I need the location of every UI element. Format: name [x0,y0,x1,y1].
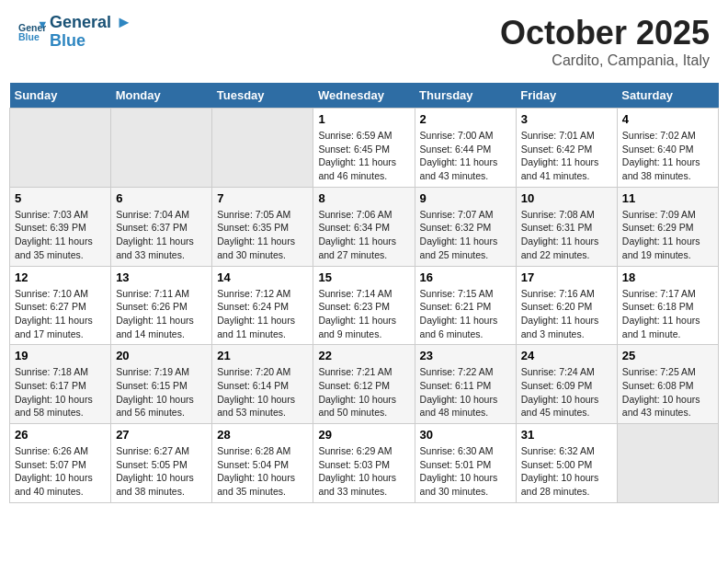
day-number: 6 [116,191,207,205]
day-info: Sunrise: 7:00 AM Sunset: 6:44 PM Dayligh… [420,129,511,183]
weekday-header-wednesday: Wednesday [313,83,415,109]
weekday-header-row: SundayMondayTuesdayWednesdayThursdayFrid… [10,83,719,109]
day-info: Sunrise: 6:26 AM Sunset: 5:07 PM Dayligh… [15,444,106,499]
day-info: Sunrise: 7:19 AM Sunset: 6:15 PM Dayligh… [116,365,207,419]
calendar-cell: 2Sunrise: 7:00 AM Sunset: 6:44 PM Daylig… [415,109,516,188]
day-info: Sunrise: 7:17 AM Sunset: 6:18 PM Dayligh… [622,287,713,341]
day-number: 19 [15,349,106,362]
logo: General Blue General ► Blue [18,14,132,51]
day-number: 23 [420,349,511,362]
calendar-cell: 18Sunrise: 7:17 AM Sunset: 6:18 PM Dayli… [617,266,718,345]
calendar-cell [111,109,212,188]
calendar-cell: 12Sunrise: 7:10 AM Sunset: 6:27 PM Dayli… [10,266,111,345]
day-info: Sunrise: 7:16 AM Sunset: 6:20 PM Dayligh… [521,287,612,341]
weekday-header-thursday: Thursday [415,83,516,109]
day-number: 20 [116,349,207,362]
page-header: General Blue General ► Blue October 2025… [9,9,719,74]
day-number: 30 [420,428,511,442]
day-number: 9 [420,191,511,205]
calendar-cell: 9Sunrise: 7:07 AM Sunset: 6:32 PM Daylig… [415,187,516,266]
day-info: Sunrise: 6:28 AM Sunset: 5:04 PM Dayligh… [217,444,308,499]
day-info: Sunrise: 7:22 AM Sunset: 6:11 PM Dayligh… [420,365,511,419]
day-number: 29 [318,428,409,442]
day-number: 18 [622,270,713,284]
day-number: 22 [318,349,409,362]
day-number: 1 [318,112,409,126]
day-info: Sunrise: 6:27 AM Sunset: 5:05 PM Dayligh… [116,444,207,499]
calendar-cell: 23Sunrise: 7:22 AM Sunset: 6:11 PM Dayli… [415,345,516,424]
calendar-cell: 10Sunrise: 7:08 AM Sunset: 6:31 PM Dayli… [516,187,617,266]
calendar-cell: 14Sunrise: 7:12 AM Sunset: 6:24 PM Dayli… [212,266,313,345]
day-number: 27 [116,428,207,442]
location: Cardito, Campania, Italy [500,52,710,69]
calendar-cell: 26Sunrise: 6:26 AM Sunset: 5:07 PM Dayli… [10,424,111,503]
day-info: Sunrise: 7:08 AM Sunset: 6:31 PM Dayligh… [521,208,612,262]
calendar-cell: 17Sunrise: 7:16 AM Sunset: 6:20 PM Dayli… [516,266,617,345]
calendar-cell: 1Sunrise: 6:59 AM Sunset: 6:45 PM Daylig… [313,109,415,188]
day-info: Sunrise: 7:02 AM Sunset: 6:40 PM Dayligh… [622,129,713,183]
day-number: 21 [217,349,308,362]
calendar-cell: 25Sunrise: 7:25 AM Sunset: 6:08 PM Dayli… [617,345,718,424]
day-number: 8 [318,191,409,205]
day-info: Sunrise: 7:25 AM Sunset: 6:08 PM Dayligh… [622,365,713,419]
day-info: Sunrise: 7:24 AM Sunset: 6:09 PM Dayligh… [521,365,612,419]
day-number: 4 [622,112,713,126]
calendar-cell: 29Sunrise: 6:29 AM Sunset: 5:03 PM Dayli… [313,424,415,503]
day-number: 5 [15,191,106,205]
calendar-cell: 6Sunrise: 7:04 AM Sunset: 6:37 PM Daylig… [111,187,212,266]
calendar-week-row: 5Sunrise: 7:03 AM Sunset: 6:39 PM Daylig… [10,187,719,266]
day-info: Sunrise: 7:14 AM Sunset: 6:23 PM Dayligh… [318,287,409,341]
day-info: Sunrise: 7:09 AM Sunset: 6:29 PM Dayligh… [622,208,713,262]
day-info: Sunrise: 7:15 AM Sunset: 6:21 PM Dayligh… [420,287,511,341]
calendar-cell: 11Sunrise: 7:09 AM Sunset: 6:29 PM Dayli… [617,187,718,266]
calendar-body: 1Sunrise: 6:59 AM Sunset: 6:45 PM Daylig… [10,109,719,503]
weekday-header-friday: Friday [516,83,617,109]
calendar-cell: 5Sunrise: 7:03 AM Sunset: 6:39 PM Daylig… [10,187,111,266]
day-info: Sunrise: 7:01 AM Sunset: 6:42 PM Dayligh… [521,129,612,183]
day-info: Sunrise: 7:10 AM Sunset: 6:27 PM Dayligh… [15,287,106,341]
title-block: October 2025 Cardito, Campania, Italy [500,14,710,69]
calendar-cell: 30Sunrise: 6:30 AM Sunset: 5:01 PM Dayli… [415,424,516,503]
day-number: 31 [521,428,612,442]
weekday-header-sunday: Sunday [10,83,111,109]
calendar-cell: 4Sunrise: 7:02 AM Sunset: 6:40 PM Daylig… [617,109,718,188]
calendar-cell: 7Sunrise: 7:05 AM Sunset: 6:35 PM Daylig… [212,187,313,266]
day-number: 3 [521,112,612,126]
day-info: Sunrise: 7:21 AM Sunset: 6:12 PM Dayligh… [318,365,409,419]
day-info: Sunrise: 7:20 AM Sunset: 6:14 PM Dayligh… [217,365,308,419]
day-info: Sunrise: 7:06 AM Sunset: 6:34 PM Dayligh… [318,208,409,262]
month-title: October 2025 [500,14,710,52]
day-number: 12 [15,270,106,284]
day-info: Sunrise: 7:11 AM Sunset: 6:26 PM Dayligh… [116,287,207,341]
day-info: Sunrise: 7:05 AM Sunset: 6:35 PM Dayligh… [217,208,308,262]
day-number: 7 [217,191,308,205]
weekday-header-monday: Monday [111,83,212,109]
calendar-week-row: 26Sunrise: 6:26 AM Sunset: 5:07 PM Dayli… [10,424,719,503]
day-number: 11 [622,191,713,205]
calendar-cell: 15Sunrise: 7:14 AM Sunset: 6:23 PM Dayli… [313,266,415,345]
day-number: 13 [116,270,207,284]
weekday-header-saturday: Saturday [617,83,718,109]
day-info: Sunrise: 7:07 AM Sunset: 6:32 PM Dayligh… [420,208,511,262]
day-number: 14 [217,270,308,284]
calendar-cell: 16Sunrise: 7:15 AM Sunset: 6:21 PM Dayli… [415,266,516,345]
day-info: Sunrise: 6:32 AM Sunset: 5:00 PM Dayligh… [521,444,612,499]
day-number: 16 [420,270,511,284]
day-number: 10 [521,191,612,205]
calendar-cell: 27Sunrise: 6:27 AM Sunset: 5:05 PM Dayli… [111,424,212,503]
day-info: Sunrise: 7:03 AM Sunset: 6:39 PM Dayligh… [15,208,106,262]
day-number: 15 [318,270,409,284]
calendar-cell: 22Sunrise: 7:21 AM Sunset: 6:12 PM Dayli… [313,345,415,424]
calendar-cell: 3Sunrise: 7:01 AM Sunset: 6:42 PM Daylig… [516,109,617,188]
calendar-cell: 24Sunrise: 7:24 AM Sunset: 6:09 PM Dayli… [516,345,617,424]
day-info: Sunrise: 6:30 AM Sunset: 5:01 PM Dayligh… [420,444,511,499]
logo-line2: Blue [50,32,132,51]
weekday-header-tuesday: Tuesday [212,83,313,109]
day-info: Sunrise: 6:29 AM Sunset: 5:03 PM Dayligh… [318,444,409,499]
day-info: Sunrise: 7:12 AM Sunset: 6:24 PM Dayligh… [217,287,308,341]
day-info: Sunrise: 6:59 AM Sunset: 6:45 PM Dayligh… [318,129,409,183]
calendar-header: SundayMondayTuesdayWednesdayThursdayFrid… [10,83,719,109]
day-number: 24 [521,349,612,362]
calendar-cell: 8Sunrise: 7:06 AM Sunset: 6:34 PM Daylig… [313,187,415,266]
calendar-cell: 20Sunrise: 7:19 AM Sunset: 6:15 PM Dayli… [111,345,212,424]
